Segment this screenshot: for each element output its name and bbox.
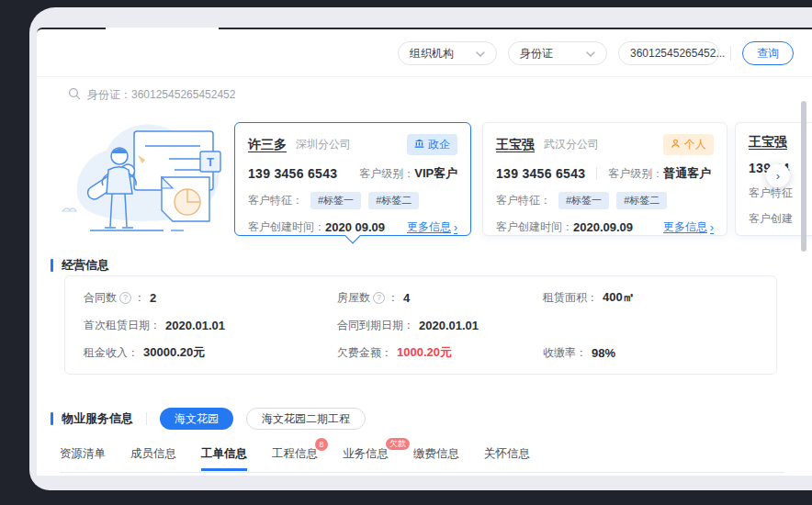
customer-branch: 深圳分公司	[296, 137, 351, 152]
id-number-input[interactable]: 36012545265452...	[618, 41, 719, 65]
project-count-badge: 8	[315, 438, 328, 451]
customer-name-link[interactable]: 许三多	[248, 137, 287, 153]
field-value: 2020.01.01	[165, 319, 225, 332]
main-content-card: 组织机构 身份证 36012545265452... 查询	[37, 28, 812, 476]
field-label: 合同到期日期：	[337, 318, 414, 333]
vertical-scrollbar[interactable]	[801, 101, 806, 252]
tags-label: 客户特征：	[248, 193, 303, 208]
window-top-notch	[106, 28, 219, 29]
created-label: 客户创建	[749, 211, 793, 227]
field-label: 房屋数	[337, 290, 370, 306]
badge-label: 个人	[684, 137, 706, 152]
tab-member-info[interactable]: 成员信息	[130, 444, 176, 471]
business-info-panel: 合同数 ? ： 2 房屋数 ? ： 4 租赁面积： 400㎡ 首次租赁日期：	[64, 275, 777, 375]
tab-business-info[interactable]: 业务信息 欠款	[343, 444, 389, 471]
arrears-badge: 欠款	[386, 438, 410, 450]
level-label: 客户级别：	[359, 166, 414, 182]
field-value-arrears: 1000.20元	[397, 344, 452, 361]
carousel-next-button[interactable]: ›	[766, 163, 790, 187]
customer-tag: #标签一	[310, 192, 361, 209]
customer-tag: #标签一	[558, 192, 609, 209]
customer-card-xusanduo[interactable]: 许三多 深圳分公司 政企 139 3456 6543 客户级别： VIP客户	[234, 122, 471, 236]
field-colon: ：	[134, 290, 145, 306]
field-label: 合同数	[84, 290, 117, 306]
field-label: 收缴率：	[543, 345, 587, 361]
property-info-header: 物业服务信息 海文花园 海文花园二期工程	[51, 408, 366, 430]
field-value: 2	[150, 291, 156, 305]
chevron-down-icon	[586, 47, 595, 60]
card-divider	[596, 167, 597, 180]
customer-tag: #标签二	[368, 192, 419, 209]
field-value: 30000.20元	[143, 344, 205, 361]
search-icon	[68, 87, 81, 103]
more-info-link[interactable]: 更多信息 ›	[663, 219, 714, 235]
more-info-link[interactable]: 更多信息 ›	[407, 219, 457, 235]
estate-pill-inactive[interactable]: 海文花园二期工程	[246, 408, 366, 430]
person-icon	[671, 139, 681, 152]
created-label: 客户创建时间：	[248, 219, 325, 235]
customer-type-badge: 政企	[407, 134, 457, 155]
toolbar-separator	[37, 76, 812, 77]
field-value: 98%	[592, 346, 615, 360]
id-type-select-value: 身份证	[520, 46, 553, 62]
search-summary: 身份证：36012545265452452	[68, 87, 235, 103]
section-title-text: 物业服务信息	[62, 410, 133, 427]
field-collection-rate: 收缴率： 98%	[543, 345, 767, 361]
field-rent-income: 租金收入： 30000.20元	[84, 344, 337, 361]
search-summary-text: 身份证：36012545265452452	[87, 87, 235, 103]
customer-name-link[interactable]: 王宝强	[496, 137, 535, 153]
tags-label: 客户特征	[749, 185, 793, 201]
field-label: 租金收入：	[84, 345, 139, 361]
tab-project-info[interactable]: 工程信息 8	[272, 444, 318, 471]
field-contract-count: 合同数 ? ： 2	[84, 290, 337, 306]
chevron-down-icon	[476, 47, 485, 60]
more-info-label: 更多信息	[407, 219, 451, 235]
customer-name-link[interactable]: 王宝强	[749, 134, 787, 151]
organization-select-value: 组织机构	[410, 46, 454, 62]
tags-label: 客户特征：	[496, 193, 551, 208]
customer-type-badge: 个人	[663, 134, 714, 155]
tab-payment-info[interactable]: 缴费信息	[413, 444, 459, 471]
tab-work-order-info[interactable]: 工单信息	[201, 444, 247, 471]
customer-card-wangbaoqiang[interactable]: 王宝强 武汉分公司 个人 139 3456 6543 客户级别： 普通客户	[482, 122, 727, 236]
help-icon[interactable]: ?	[373, 292, 385, 304]
tab-label: 业务信息	[343, 447, 389, 460]
field-arrears-amount: 欠费金额： 1000.20元	[337, 344, 543, 361]
id-number-input-value: 36012545265452...	[630, 47, 725, 60]
help-icon[interactable]: ?	[119, 292, 131, 304]
section-title-text: 经营信息	[62, 257, 109, 274]
field-value: 400㎡	[603, 289, 635, 306]
organization-select[interactable]: 组织机构	[398, 41, 497, 65]
created-value: 2020.09.09	[573, 220, 633, 234]
field-lease-area: 租赁面积： 400㎡	[543, 289, 767, 306]
customer-tag: #标签二	[616, 192, 667, 209]
field-label: 租赁面积：	[543, 290, 598, 306]
field-value: 4	[403, 291, 410, 305]
section-accent-bar	[51, 412, 53, 425]
field-house-count: 房屋数 ? ： 4	[337, 290, 543, 306]
customer-illustration: T	[53, 117, 232, 236]
tab-resource-list[interactable]: 资源清单	[60, 444, 106, 471]
screen-background: 组织机构 身份证 36012545265452... 查询	[0, 0, 812, 505]
section-accent-bar	[51, 259, 53, 272]
field-label: 首次租赁日期：	[84, 318, 161, 333]
more-info-label: 更多信息	[663, 219, 707, 235]
filter-toolbar: 组织机构 身份证 36012545265452... 查询	[398, 41, 794, 65]
query-button[interactable]: 查询	[742, 41, 794, 65]
created-label: 客户创建时间：	[496, 219, 573, 235]
field-value: 2020.01.01	[419, 319, 479, 332]
badge-label: 政企	[428, 137, 450, 152]
field-colon: ：	[388, 290, 399, 306]
id-type-select[interactable]: 身份证	[508, 41, 607, 65]
tab-care-info[interactable]: 关怀信息	[484, 444, 530, 471]
bank-icon	[414, 139, 424, 152]
field-contract-expiry-date: 合同到期日期： 2020.01.01	[337, 318, 543, 333]
chevron-right-icon: ›	[710, 221, 714, 234]
level-value: 普通客户	[663, 165, 711, 182]
estate-pill-active[interactable]: 海文花园	[160, 408, 233, 430]
toolbar-divider	[730, 46, 731, 61]
business-info-title: 经营信息	[51, 257, 109, 274]
customer-branch: 武汉分公司	[544, 137, 599, 152]
illustration-t-label: T	[207, 155, 214, 169]
chevron-right-icon: ›	[454, 221, 457, 234]
